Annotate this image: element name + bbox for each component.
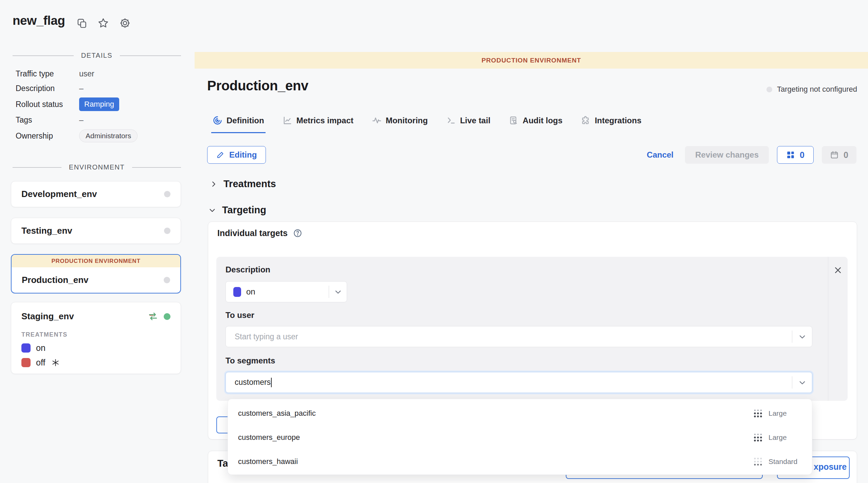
chevron-down-icon[interactable] [792, 333, 812, 341]
treatment-name: on [36, 343, 46, 353]
tab-integrations[interactable]: Integrations [579, 113, 643, 133]
detail-row-ownership: Ownership Administrators [16, 127, 181, 144]
detail-row-rollout-status: Rollout status Ramping [16, 96, 181, 113]
segment-size-label: Large [768, 409, 800, 417]
calendar-icon [830, 150, 839, 159]
grid-icon [786, 150, 795, 159]
targeting-status-text: Targeting not configured [777, 85, 857, 94]
cancel-button[interactable]: Cancel [647, 150, 674, 160]
env-name: Testing_env [21, 226, 72, 236]
rule-close-column [828, 257, 848, 401]
to-user-input[interactable]: Start typing a user [225, 326, 812, 347]
scheduled-count-button[interactable]: 0 [822, 146, 856, 164]
to-user-placeholder: Start typing a user [235, 332, 792, 341]
detail-row-description: Description – [16, 81, 181, 96]
treatment-select-value: on [246, 287, 329, 297]
page-title: new_flag [13, 14, 65, 28]
segment-size-large-icon [753, 432, 763, 443]
detail-label: Rollout status [16, 100, 79, 109]
star-icon[interactable] [97, 17, 109, 29]
status-dot-gray [164, 277, 170, 283]
segment-option-asia-pacific[interactable]: customers_asia_pacific Large [228, 401, 812, 425]
tab-label: Metrics impact [296, 116, 354, 125]
sync-arrows-icon [148, 311, 158, 322]
detail-label: Traffic type [16, 69, 79, 78]
production-env-banner: PRODUCTION ENVIRONMENT [12, 255, 180, 267]
changes-count: 0 [800, 150, 804, 160]
chevron-down-icon [209, 207, 216, 214]
detail-row-traffic-type: Traffic type user [16, 67, 181, 81]
details-rows: Traffic type user Description – Rollout … [16, 67, 181, 144]
copy-icon[interactable] [76, 18, 88, 29]
details-divider: DETAILS [13, 52, 181, 59]
exposure-button-label-fragment[interactable]: xposure [814, 462, 847, 472]
tab-live-tail[interactable]: Live tail [445, 113, 492, 133]
segment-size: Standard [753, 457, 800, 467]
editing-label: Editing [229, 150, 257, 160]
treatment-row-off: off [11, 353, 181, 368]
env-name: Development_env [21, 189, 97, 199]
production-environment-banner: PRODUCTION ENVIRONMENT [195, 52, 868, 69]
close-icon[interactable] [833, 266, 843, 275]
env-card-testing[interactable]: Testing_env [11, 218, 181, 244]
detail-value: – [79, 115, 84, 125]
integrations-icon [581, 115, 591, 125]
segment-size-standard-icon [753, 457, 763, 467]
detail-value: – [79, 84, 84, 93]
env-name: Production_env [22, 275, 88, 285]
detail-label: Description [16, 84, 79, 93]
changes-count-button[interactable]: 0 [777, 146, 814, 164]
tab-metrics-impact[interactable]: Metrics impact [281, 113, 355, 133]
next-section-heading-fragment: Ta [217, 458, 228, 469]
targeting-section-label: Targeting [222, 204, 266, 216]
chevron-down-icon[interactable] [792, 379, 812, 387]
rollout-status-badge: Ramping [79, 97, 119, 111]
treatments-section-label: Treatments [223, 178, 276, 190]
default-treatment-asterisk-icon [51, 358, 60, 367]
help-icon[interactable] [293, 229, 302, 238]
segment-option-hawaii[interactable]: customers_hawaii Standard [228, 449, 812, 473]
targeting-status: Targeting not configured [766, 85, 857, 94]
gear-icon[interactable] [119, 17, 131, 29]
tab-audit-logs[interactable]: Audit logs [507, 113, 564, 133]
tab-label: Audit logs [523, 116, 562, 125]
treatment-name: off [36, 358, 45, 368]
environment-tabs: Definition Metrics impact Monitoring Liv… [211, 113, 643, 133]
detail-label: Tags [16, 115, 79, 125]
ownership-pill: Administrators [79, 129, 138, 142]
definition-icon [213, 115, 222, 125]
detail-label: Ownership [16, 131, 79, 141]
env-card-production[interactable]: PRODUCTION ENVIRONMENT Production_env [11, 254, 181, 293]
tab-definition[interactable]: Definition [211, 113, 266, 133]
audit-logs-icon [509, 115, 519, 125]
to-user-label: To user [225, 310, 254, 320]
tab-monitoring[interactable]: Monitoring [370, 113, 429, 133]
treatments-heading: TREATMENTS [11, 322, 181, 338]
scheduled-count: 0 [844, 150, 848, 160]
treatment-select[interactable]: on [225, 281, 347, 302]
env-card-development[interactable]: Development_env [11, 181, 181, 207]
status-dot-gray [164, 191, 170, 197]
segment-name: customers_hawaii [238, 457, 753, 466]
chevron-down-icon[interactable] [329, 288, 347, 296]
targeting-section-toggle[interactable]: Targeting [209, 204, 266, 216]
env-name: Staging_env [21, 311, 74, 322]
to-segments-label: To segments [225, 356, 275, 365]
individual-targets-label: Individual targets [217, 228, 288, 238]
tab-label: Integrations [595, 116, 641, 125]
pencil-icon [216, 151, 224, 159]
to-segments-input[interactable]: customers [225, 372, 812, 393]
env-card-staging[interactable]: Staging_env TREATMENTS on off [11, 302, 181, 374]
segment-option-europe[interactable]: customers_europe Large [228, 425, 812, 449]
review-changes-button[interactable]: Review changes [685, 146, 769, 164]
individual-targets-header: Individual targets [217, 228, 302, 238]
tab-label: Monitoring [386, 116, 428, 125]
segment-name: customers_asia_pacific [238, 409, 753, 418]
tab-label: Definition [227, 116, 264, 125]
text-caret [271, 378, 272, 387]
treatments-section-toggle[interactable]: Treatments [210, 178, 276, 190]
segment-size: Large [753, 432, 800, 443]
treatment-swatch-off [21, 358, 31, 367]
editing-button[interactable]: Editing [207, 146, 266, 164]
status-dot-gray [766, 87, 772, 92]
